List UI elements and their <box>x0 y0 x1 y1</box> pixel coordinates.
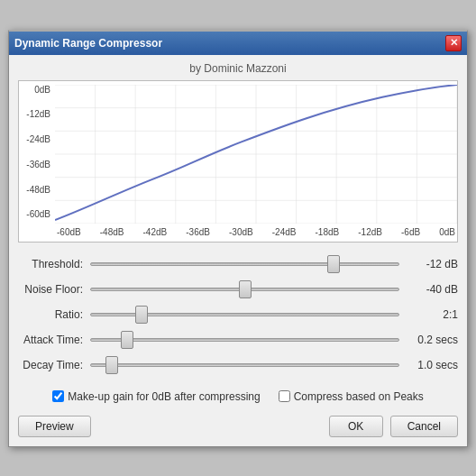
noise-floor-slider[interactable] <box>90 288 399 291</box>
content-area: by Dominic Mazzoni 0dB -12dB -24dB -36dB… <box>9 55 467 446</box>
y-label-36: -36dB <box>21 160 53 169</box>
decay-time-slider[interactable] <box>90 363 399 367</box>
noise-floor-row: Noise Floor: -40 dB <box>18 280 458 298</box>
compressor-graph: 0dB -12dB -24dB -36dB -48dB -60dB <box>18 80 458 243</box>
attack-time-slider[interactable] <box>90 338 399 342</box>
controls-section: Threshold: -12 dB Noise Floor: -40 dB Ra… <box>18 252 458 385</box>
titlebar: Dynamic Range Compressor ✕ <box>9 32 467 55</box>
subtitle: by Dominic Mazzoni <box>18 62 458 75</box>
close-button[interactable]: ✕ <box>445 35 462 51</box>
cancel-button[interactable]: Cancel <box>390 416 458 437</box>
attack-time-value: 0.2 secs <box>399 334 458 346</box>
x-label-36: -36dB <box>186 227 210 237</box>
threshold-row: Threshold: -12 dB <box>18 255 458 273</box>
x-label-42: -42dB <box>143 227 168 237</box>
ratio-value: 2:1 <box>399 308 458 321</box>
right-buttons: OK Cancel <box>329 416 458 437</box>
y-label-60: -60dB <box>21 209 53 219</box>
ratio-slider[interactable] <box>90 313 399 316</box>
threshold-slider[interactable] <box>90 262 399 266</box>
buttons-row: Preview OK Cancel <box>18 412 458 439</box>
main-window: Dynamic Range Compressor ✕ by Dominic Ma… <box>8 30 468 447</box>
ratio-slider-container <box>90 306 399 324</box>
threshold-slider-container <box>90 255 399 273</box>
y-label-48: -48dB <box>21 185 53 195</box>
graph-canvas <box>55 85 457 224</box>
x-label-24: -24dB <box>272 227 297 237</box>
makeup-gain-checkbox[interactable] <box>52 390 64 402</box>
ratio-label: Ratio: <box>18 308 90 321</box>
y-label-0: 0dB <box>21 85 53 95</box>
compress-peaks-checkbox-label[interactable]: Compress based on Peaks <box>279 390 424 403</box>
x-label-48: -48dB <box>100 227 124 237</box>
threshold-value: -12 dB <box>399 258 458 270</box>
decay-time-row: Decay Time: 1.0 secs <box>18 356 458 374</box>
attack-time-label: Attack Time: <box>18 334 90 346</box>
x-label-6: -6dB <box>401 227 420 237</box>
makeup-gain-label: Make-up gain for 0dB after compressing <box>68 390 260 403</box>
checkboxes-row: Make-up gain for 0dB after compressing C… <box>18 390 458 403</box>
makeup-gain-checkbox-label[interactable]: Make-up gain for 0dB after compressing <box>52 390 260 403</box>
decay-time-label: Decay Time: <box>18 359 90 371</box>
x-label-12: -12dB <box>358 227 382 237</box>
curve-svg <box>55 85 457 224</box>
x-label-60: -60dB <box>57 227 81 237</box>
threshold-label: Threshold: <box>18 258 90 270</box>
x-label-0: 0dB <box>439 227 455 237</box>
y-axis-labels: 0dB -12dB -24dB -36dB -48dB -60dB <box>19 81 55 224</box>
y-label-12: -12dB <box>21 109 53 119</box>
y-label-24: -24dB <box>21 134 53 144</box>
window-title: Dynamic Range Compressor <box>14 37 445 50</box>
decay-time-value: 1.0 secs <box>399 359 458 371</box>
ok-button[interactable]: OK <box>329 416 383 437</box>
noise-floor-value: -40 dB <box>399 283 458 296</box>
preview-button[interactable]: Preview <box>18 416 91 437</box>
ratio-row: Ratio: 2:1 <box>18 306 458 324</box>
x-label-30: -30dB <box>229 227 253 237</box>
compress-peaks-label: Compress based on Peaks <box>294 390 424 403</box>
x-axis-labels: -60dB -48dB -42dB -36dB -30dB -24dB -18d… <box>55 224 457 242</box>
compress-peaks-checkbox[interactable] <box>279 390 290 402</box>
attack-time-row: Attack Time: 0.2 secs <box>18 331 458 349</box>
x-label-18: -18dB <box>316 227 340 237</box>
noise-floor-slider-container <box>90 280 399 298</box>
noise-floor-label: Noise Floor: <box>18 283 90 296</box>
decay-time-slider-container <box>90 356 399 374</box>
attack-time-slider-container <box>90 331 399 349</box>
